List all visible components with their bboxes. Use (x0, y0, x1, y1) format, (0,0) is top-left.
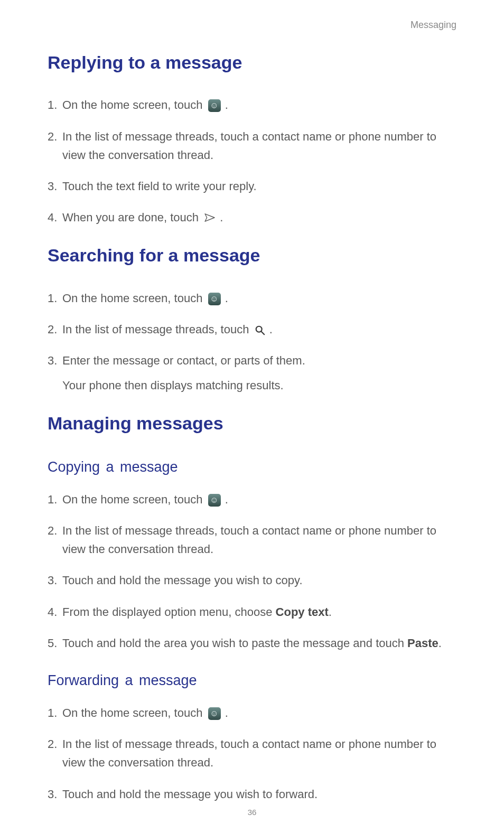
steps-forwarding: On the home screen, touch . In the list … (48, 704, 456, 803)
step-item: From the displayed option menu, choose C… (48, 603, 456, 621)
step-item: On the home screen, touch . (48, 490, 456, 509)
step-text-post: . (225, 98, 228, 111)
step-extra-text: Your phone then displays matching result… (62, 376, 456, 395)
steps-copying: On the home screen, touch . In the list … (48, 490, 456, 652)
step-text-post: . (329, 605, 332, 619)
subheading-forwarding: Forwarding a message (48, 670, 456, 691)
step-text: In the list of message threads, touch (62, 323, 253, 336)
step-item: In the list of message threads, touch a … (48, 127, 456, 164)
search-icon (255, 325, 265, 335)
running-header: Messaging (48, 18, 456, 32)
svg-line-1 (261, 332, 264, 334)
steps-searching: On the home screen, touch . In the list … (48, 289, 456, 395)
step-item: In the list of message threads, touch a … (48, 735, 456, 772)
step-item: When you are done, touch . (48, 208, 456, 227)
step-text: Touch and hold the message you wish to f… (62, 788, 318, 801)
document-page: Messaging Replying to a message On the h… (0, 0, 504, 833)
step-text-post: . (438, 637, 442, 650)
step-item: Touch and hold the message you wish to c… (48, 571, 456, 589)
step-text: From the displayed option menu, choose (62, 605, 276, 619)
steps-replying: On the home screen, touch . In the list … (48, 96, 456, 227)
heading-replying: Replying to a message (48, 50, 456, 76)
messaging-app-icon (208, 99, 221, 112)
step-item: On the home screen, touch . (48, 704, 456, 722)
step-text: In the list of message threads, touch a … (62, 524, 436, 556)
step-text-post: . (220, 211, 223, 224)
page-number: 36 (0, 807, 504, 818)
step-text-post: . (225, 292, 228, 305)
step-item: On the home screen, touch . (48, 96, 456, 114)
messaging-app-icon (208, 707, 221, 720)
step-item: Enter the message or contact, or parts o… (48, 351, 456, 395)
step-text: On the home screen, touch (62, 98, 206, 111)
step-text: When you are done, touch (62, 211, 202, 224)
step-text-post: . (269, 323, 273, 336)
step-text-post: . (225, 493, 228, 506)
step-text: Touch and hold the area you wish to past… (62, 637, 407, 650)
step-text: On the home screen, touch (62, 493, 206, 506)
messaging-app-icon (208, 293, 221, 305)
step-item: On the home screen, touch . (48, 289, 456, 307)
step-text: Enter the message or contact, or parts o… (62, 354, 305, 367)
step-item: Touch the text field to write your reply… (48, 177, 456, 195)
step-text: On the home screen, touch (62, 292, 206, 305)
bold-text: Paste (407, 637, 438, 650)
send-icon (204, 213, 216, 222)
heading-managing: Managing messages (48, 410, 456, 436)
step-text: Touch and hold the message you wish to c… (62, 574, 303, 587)
bold-text: Copy text (276, 605, 329, 619)
step-item: In the list of message threads, touch . (48, 320, 456, 339)
step-text: In the list of message threads, touch a … (62, 130, 436, 162)
step-item: In the list of message threads, touch a … (48, 521, 456, 558)
step-item: Touch and hold the message you wish to f… (48, 785, 456, 803)
step-item: Touch and hold the area you wish to past… (48, 634, 456, 652)
step-text: On the home screen, touch (62, 706, 206, 719)
messaging-app-icon (208, 494, 221, 507)
subheading-copying: Copying a message (48, 457, 456, 478)
heading-searching: Searching for a message (48, 242, 456, 268)
step-text-post: . (225, 706, 228, 719)
step-text: Touch the text field to write your reply… (62, 180, 257, 193)
step-text: In the list of message threads, touch a … (62, 737, 436, 769)
